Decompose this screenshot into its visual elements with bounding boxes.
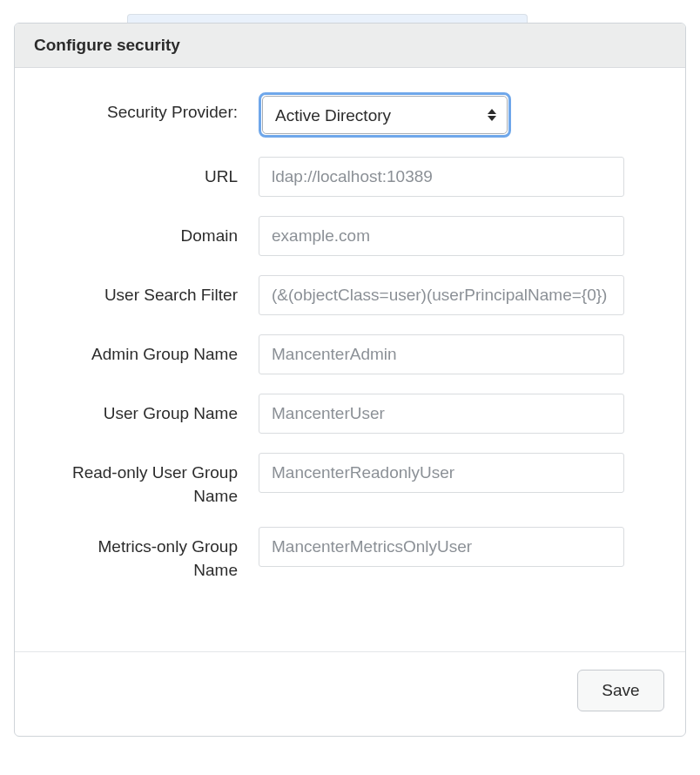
user-search-filter-input[interactable]: [259, 275, 624, 315]
security-provider-select[interactable]: Active Directory: [262, 96, 508, 134]
label-readonly-user-group-name: Read-only User Group Name: [50, 453, 259, 508]
url-input[interactable]: [259, 157, 624, 197]
row-user-search-filter: User Search Filter: [50, 275, 650, 315]
save-button[interactable]: Save: [577, 670, 664, 711]
readonly-user-group-name-input[interactable]: [259, 453, 624, 493]
label-url: URL: [50, 157, 259, 189]
label-security-provider: Security Provider:: [50, 92, 259, 125]
security-provider-select-wrap: Active Directory: [259, 92, 511, 138]
panel-header: Configure security: [15, 24, 685, 68]
row-readonly-user-group-name: Read-only User Group Name: [50, 453, 650, 508]
row-security-provider: Security Provider: Active Directory: [50, 92, 650, 138]
configure-security-panel: Configure security Security Provider: Ac…: [14, 23, 686, 737]
label-admin-group-name: Admin Group Name: [50, 334, 259, 367]
panel-footer: Save: [15, 651, 685, 736]
label-metrics-only-group-name: Metrics-only Group Name: [50, 527, 259, 582]
panel-body: Security Provider: Active Directory URL: [15, 68, 685, 651]
label-user-group-name: User Group Name: [50, 394, 259, 426]
tab-strip: [127, 14, 686, 23]
row-user-group-name: User Group Name: [50, 394, 650, 434]
domain-input[interactable]: [259, 216, 624, 256]
label-domain: Domain: [50, 216, 259, 248]
admin-group-name-input[interactable]: [259, 334, 624, 374]
row-metrics-only-group-name: Metrics-only Group Name: [50, 527, 650, 582]
panel-title: Configure security: [34, 36, 666, 55]
user-group-name-input[interactable]: [259, 394, 624, 434]
active-tab[interactable]: [127, 14, 528, 23]
row-url: URL: [50, 157, 650, 197]
row-admin-group-name: Admin Group Name: [50, 334, 650, 374]
metrics-only-group-name-input[interactable]: [259, 527, 624, 567]
row-domain: Domain: [50, 216, 650, 256]
label-user-search-filter: User Search Filter: [50, 275, 259, 307]
